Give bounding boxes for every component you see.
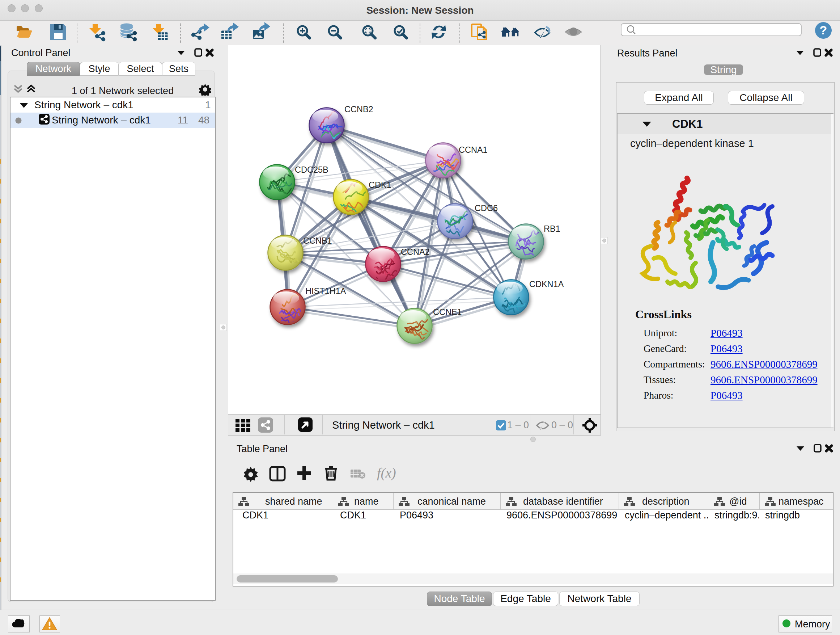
svg-text:CDKN1A: CDKN1A (529, 279, 564, 289)
svg-text:CCNB2: CCNB2 (344, 105, 373, 114)
svg-text:CDC6: CDC6 (475, 203, 498, 213)
svg-text:CDK1: CDK1 (369, 180, 392, 190)
svg-text:CDC25B: CDC25B (295, 165, 328, 174)
svg-text:CCNE1: CCNE1 (433, 307, 462, 317)
svg-text:RB1: RB1 (544, 224, 561, 233)
svg-text:CCNA2: CCNA2 (401, 247, 430, 257)
svg-text:CCNA1: CCNA1 (459, 145, 488, 155)
svg-text:CCNB1: CCNB1 (303, 236, 332, 245)
svg-text:HIST1H1A: HIST1H1A (305, 287, 346, 296)
svg-text:f(x): f(x) (377, 465, 396, 481)
